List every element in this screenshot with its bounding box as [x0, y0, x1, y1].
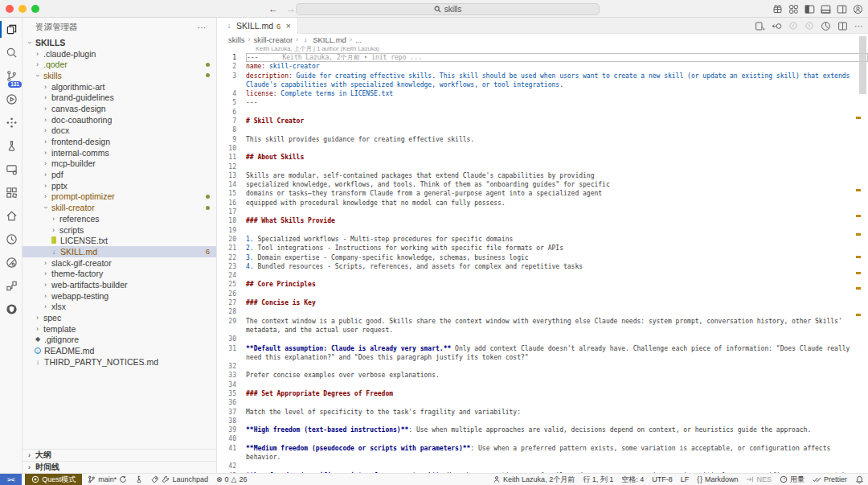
remote-explorer-icon[interactable]: [0, 158, 23, 181]
breadcrumb-item[interactable]: SKILL.md: [313, 35, 346, 44]
extensions-icon[interactable]: [0, 181, 23, 204]
prettier-item[interactable]: Prettier: [809, 474, 851, 485]
tab-skill-md[interactable]: ↓ SKILL.md 6 ×: [217, 18, 298, 34]
tree-item-docx[interactable]: ›docx: [23, 125, 216, 137]
code-line-2[interactable]: 2name: skill-creator: [217, 62, 868, 71]
gitlens-authors-codelens[interactable]: Keith Lazuka, 上个月 | 1 author (Keith Lazu…: [217, 45, 868, 53]
tree-item-canvas-design[interactable]: ›canvas-design: [23, 103, 216, 114]
account-icon[interactable]: [853, 4, 863, 14]
layout-icon[interactable]: [788, 4, 799, 14]
tree-item-webapp-testing[interactable]: ›webapp-testing: [23, 290, 216, 302]
code-line-14[interactable]: 14specialized knowledge, workflows, and …: [217, 180, 868, 189]
code-line-4[interactable]: 4license: Complete terms in LICENSE.txt: [217, 89, 868, 98]
git-blame-item[interactable]: Keith Lazuka, 2个月前: [489, 474, 579, 485]
git-branch-item[interactable]: main*: [84, 474, 131, 485]
more-actions-icon[interactable]: ⋯: [854, 21, 863, 31]
open-changes-icon[interactable]: [772, 21, 782, 31]
panel-bottom-icon[interactable]: [821, 4, 831, 14]
code-line-15[interactable]: 15domains or tasks—they transform Claude…: [217, 189, 868, 198]
code-line-24[interactable]: 24: [217, 271, 868, 280]
code-line-28[interactable]: 28: [217, 307, 868, 316]
notifications-item[interactable]: [851, 474, 868, 485]
tree-item-frontend-design[interactable]: ›frontend-design: [23, 136, 216, 147]
outline-section[interactable]: ›大纲: [23, 449, 216, 461]
tree-item-slack-gif-creator[interactable]: ›slack-gif-creator: [23, 257, 216, 269]
code-line-5[interactable]: 5---: [217, 98, 868, 107]
code-line-39[interactable]: 39**High freedom (text-based instruction…: [217, 425, 868, 434]
encoding-item[interactable]: UTF-8: [648, 474, 677, 485]
code-line-32[interactable]: 32: [217, 362, 868, 371]
tree-item-algorithmic-art[interactable]: ›algorithmic-art: [23, 81, 216, 92]
code-line-21[interactable]: 212. Tool integrations - Instructions fo…: [217, 244, 868, 253]
home-icon[interactable]: [0, 204, 23, 228]
indentation-item[interactable]: 空格: 4: [617, 474, 648, 485]
code-line-1[interactable]: 1---Keith Lazuka, 2个月前 • init repo ...: [217, 53, 868, 62]
tree-item-pdf[interactable]: ›pdf: [23, 169, 216, 180]
tree-item-.claude-plugin[interactable]: ›.claude-plugin: [23, 48, 216, 60]
breadcrumb-item[interactable]: skills: [228, 35, 245, 44]
run-debug-icon[interactable]: [0, 88, 23, 111]
eol-item[interactable]: LF: [677, 474, 694, 485]
testing-icon[interactable]: [0, 134, 23, 158]
status-extension-item[interactable]: [131, 474, 147, 485]
tree-item-scripts[interactable]: ›scripts: [23, 224, 216, 236]
tree-item-xlsx[interactable]: ›xlsx: [23, 302, 216, 313]
code-line-19[interactable]: 19: [217, 226, 868, 235]
code-line-20[interactable]: 201. Specialized workflows - Multi-step …: [217, 235, 868, 244]
tree-item-web-artifacts-builder[interactable]: ›web-artifacts-builder: [23, 279, 216, 290]
timeline-section[interactable]: ›时间线: [23, 461, 216, 473]
tree-item-theme-factory[interactable]: ›theme-factory: [23, 268, 216, 279]
tree-item-doc-coauthoring[interactable]: ›doc-coauthoring: [23, 114, 216, 125]
nes-item[interactable]: NES: [742, 474, 776, 485]
code-line-30[interactable]: 30: [217, 335, 868, 343]
code-line-26[interactable]: 26: [217, 290, 868, 298]
code-line-41[interactable]: 41**Medium freedom (pseudocode or script…: [217, 444, 868, 462]
usage-item[interactable]: 用量: [776, 474, 809, 485]
code-line-29[interactable]: 29The context window is a public good. S…: [217, 317, 868, 335]
extensions-ai-icon[interactable]: [0, 111, 23, 134]
code-line-34[interactable]: 34: [217, 380, 868, 389]
maximize-window-button[interactable]: [31, 5, 39, 13]
code-line-17[interactable]: 17: [217, 208, 868, 216]
tree-item-skill-creator[interactable]: ›skill-creator: [23, 202, 216, 213]
code-line-9[interactable]: 9This skill provides guidance for creati…: [217, 135, 868, 144]
code-line-38[interactable]: 38: [217, 417, 868, 425]
source-control-icon[interactable]: 131: [0, 64, 23, 88]
box-icon[interactable]: [772, 4, 783, 14]
tree-item-mcp-builder[interactable]: ›mcp-builder: [23, 158, 216, 170]
breadcrumb-item[interactable]: ...: [355, 35, 362, 44]
tree-item-.qoder[interactable]: ›.qoder: [23, 59, 216, 70]
code-line-42[interactable]: 42: [217, 462, 868, 471]
minimize-window-button[interactable]: [18, 5, 27, 13]
tree-item-brand-guidelines[interactable]: ›brand-guidelines: [23, 92, 216, 103]
code-line-11[interactable]: 11## About Skills: [217, 153, 868, 162]
problems-item[interactable]: ⊗ 0 △ 26: [212, 474, 252, 485]
tree-item-pptx[interactable]: ›pptx: [23, 180, 216, 191]
code-line-40[interactable]: 40: [217, 434, 868, 443]
code-line-12[interactable]: 12: [217, 162, 868, 171]
code-line-25[interactable]: 25## Core Principles: [217, 280, 868, 289]
command-center-search[interactable]: skills: [296, 3, 600, 15]
tree-item-internal-comms[interactable]: ›internal-comms: [23, 147, 216, 158]
shield-icon[interactable]: [0, 298, 23, 321]
code-line-33[interactable]: 33Prefer concise examples over verbose e…: [217, 371, 868, 380]
sidebar-more-icon[interactable]: ⋯: [198, 23, 207, 32]
gitlens-icon[interactable]: [0, 251, 23, 274]
close-window-button[interactable]: [6, 5, 14, 13]
tree-item-skills[interactable]: ›skills: [23, 70, 216, 81]
code-line-8[interactable]: 8: [217, 125, 868, 134]
cursor-position-item[interactable]: 行 1, 列 1: [579, 474, 617, 485]
tree-item-skill.md[interactable]: ↓SKILL.md6: [23, 246, 216, 257]
tree-item-.gitignore[interactable]: ◆.gitignore: [23, 335, 216, 346]
launchpad-item[interactable]: Launchpad: [147, 474, 212, 485]
gitlens-annotations-icon[interactable]: [821, 21, 831, 31]
tree-item-references[interactable]: ›references: [23, 213, 216, 224]
tree-item-spec[interactable]: ›spec: [23, 312, 216, 323]
close-tab-icon[interactable]: ×: [285, 21, 290, 31]
language-mode-item[interactable]: { } Markdown: [693, 474, 742, 485]
nav-forward-icon[interactable]: →: [286, 3, 296, 14]
code-line-35[interactable]: 35### Set Appropriate Degrees of Freedom: [217, 389, 868, 398]
tree-item-license.txt[interactable]: LICENSE.txt: [23, 235, 216, 246]
explorer-icon[interactable]: [0, 18, 23, 41]
code-line-37[interactable]: 37Match the level of specificity to the …: [217, 408, 868, 417]
